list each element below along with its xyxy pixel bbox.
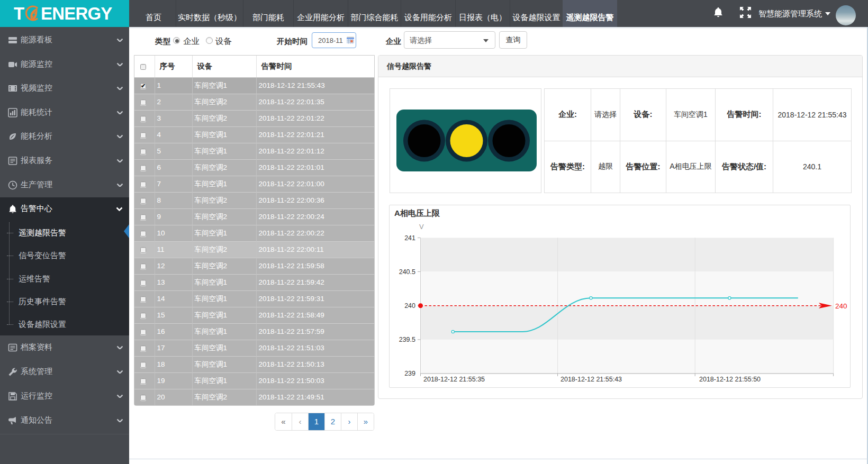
- svg-text:239.5: 239.5: [399, 336, 415, 343]
- svg-text:V: V: [419, 223, 424, 231]
- svg-text:240: 240: [404, 302, 415, 310]
- svg-text:2018-12-12 21:55:43: 2018-12-12 21:55:43: [560, 376, 622, 383]
- svg-text:240.5: 240.5: [399, 268, 415, 276]
- svg-text:2018-12-12 21:55:35: 2018-12-12 21:55:35: [423, 376, 485, 383]
- svg-text:2018-12-12 21:55:50: 2018-12-12 21:55:50: [699, 376, 761, 383]
- svg-text:240: 240: [835, 302, 847, 310]
- svg-text:241: 241: [404, 234, 415, 242]
- svg-text:239: 239: [404, 370, 415, 377]
